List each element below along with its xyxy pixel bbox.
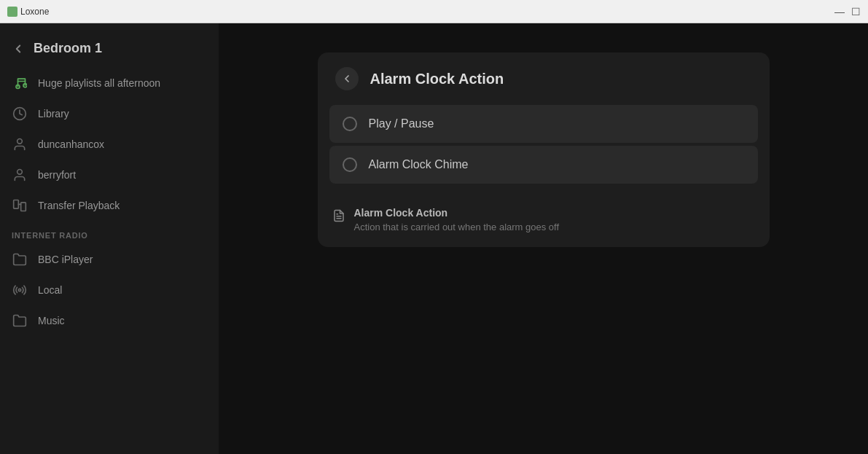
sidebar-item-music[interactable]: Music bbox=[0, 305, 219, 336]
sidebar-item-label: BBC iPlayer bbox=[38, 254, 93, 265]
titlebar-controls: — ☐ bbox=[834, 7, 861, 17]
person-icon bbox=[12, 136, 28, 152]
action-description: Alarm Clock Action Action that is carrie… bbox=[318, 195, 770, 247]
person-icon bbox=[12, 167, 28, 183]
sidebar-item-label: berryfort bbox=[38, 169, 76, 181]
svg-rect-6 bbox=[14, 200, 19, 209]
option-label: Alarm Clock Chime bbox=[369, 158, 469, 171]
document-icon bbox=[332, 208, 345, 223]
clock-icon bbox=[12, 106, 28, 122]
action-card-title: Alarm Clock Action bbox=[370, 71, 504, 87]
svg-point-4 bbox=[17, 139, 23, 144]
internet-radio-section-label: INTERNET RADIO bbox=[0, 221, 219, 244]
folder-icon bbox=[12, 313, 28, 329]
sidebar-item-bbc-iplayer[interactable]: BBC iPlayer bbox=[0, 244, 219, 275]
titlebar-title: Loxone bbox=[20, 7, 49, 17]
option-alarm-clock-chime[interactable]: Alarm Clock Chime bbox=[329, 146, 758, 184]
sidebar-item-duncanhancox[interactable]: duncanhancox bbox=[0, 129, 219, 160]
music-note-icon bbox=[12, 75, 28, 91]
sidebar-item-transfer-playback[interactable]: Transfer Playback bbox=[0, 190, 219, 221]
sidebar-item-label: Transfer Playback bbox=[38, 200, 120, 211]
svg-point-9 bbox=[18, 289, 20, 291]
folder-icon bbox=[12, 251, 28, 267]
radio-icon bbox=[12, 282, 28, 298]
sidebar-item-label: Library bbox=[38, 108, 69, 120]
content-area: Alarm Clock Action Play / Pause Alarm Cl… bbox=[219, 23, 868, 454]
sidebar-item-label: Music bbox=[38, 315, 65, 326]
sidebar-item-library[interactable]: Library bbox=[0, 98, 219, 129]
titlebar: Loxone — ☐ bbox=[0, 0, 868, 23]
sidebar-item-huge-playlists[interactable]: Huge playlists all afternoon bbox=[0, 68, 219, 98]
maximize-button[interactable]: ☐ bbox=[851, 7, 861, 17]
sidebar-item-local[interactable]: Local bbox=[0, 275, 219, 305]
radio-alarm-clock-chime bbox=[343, 157, 357, 172]
description-title: Alarm Clock Action bbox=[354, 207, 560, 219]
sidebar-item-berryfort[interactable]: berryfort bbox=[0, 160, 219, 190]
desc-text-block: Alarm Clock Action Action that is carrie… bbox=[354, 207, 560, 232]
option-play-pause[interactable]: Play / Pause bbox=[329, 105, 758, 143]
svg-point-5 bbox=[17, 170, 23, 175]
sidebar-back-button[interactable] bbox=[12, 41, 25, 56]
sidebar-item-label: Local bbox=[38, 284, 62, 296]
svg-rect-7 bbox=[21, 203, 26, 211]
sidebar-item-label: Huge playlists all afternoon bbox=[38, 77, 160, 89]
transfer-icon bbox=[12, 197, 28, 214]
sidebar-item-label: duncanhancox bbox=[38, 138, 104, 150]
app-icon bbox=[7, 7, 17, 17]
sidebar-header: Bedroom 1 bbox=[0, 35, 219, 68]
action-card-header: Alarm Clock Action bbox=[318, 52, 770, 105]
action-card-back-button[interactable] bbox=[335, 67, 359, 90]
main-layout: Bedroom 1 Huge playlists all afternoon bbox=[0, 23, 868, 454]
option-label: Play / Pause bbox=[369, 117, 434, 130]
sidebar-title: Bedroom 1 bbox=[34, 41, 102, 56]
radio-play-pause bbox=[343, 117, 357, 131]
action-options: Play / Pause Alarm Clock Chime bbox=[318, 105, 770, 195]
description-subtitle: Action that is carried out when the alar… bbox=[354, 222, 560, 232]
minimize-button[interactable]: — bbox=[834, 7, 845, 17]
sidebar: Bedroom 1 Huge playlists all afternoon bbox=[0, 23, 219, 454]
action-card: Alarm Clock Action Play / Pause Alarm Cl… bbox=[318, 52, 770, 247]
